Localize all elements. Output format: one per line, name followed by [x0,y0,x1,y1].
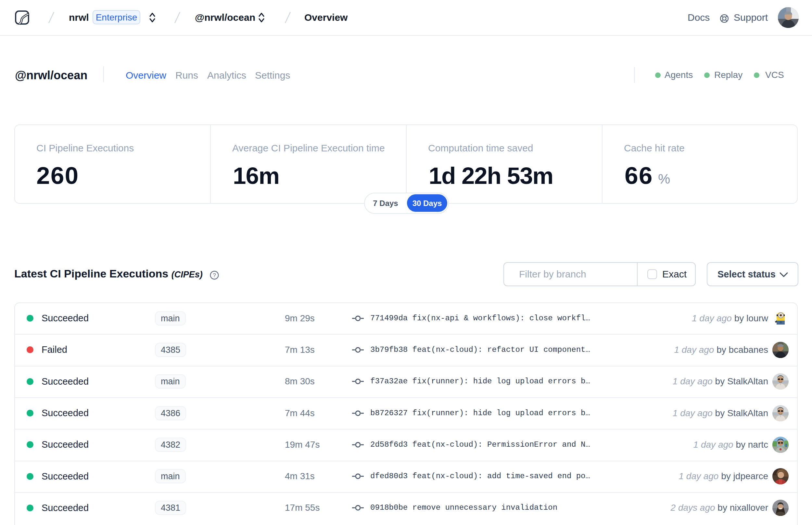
svg-text:?: ? [213,272,216,279]
